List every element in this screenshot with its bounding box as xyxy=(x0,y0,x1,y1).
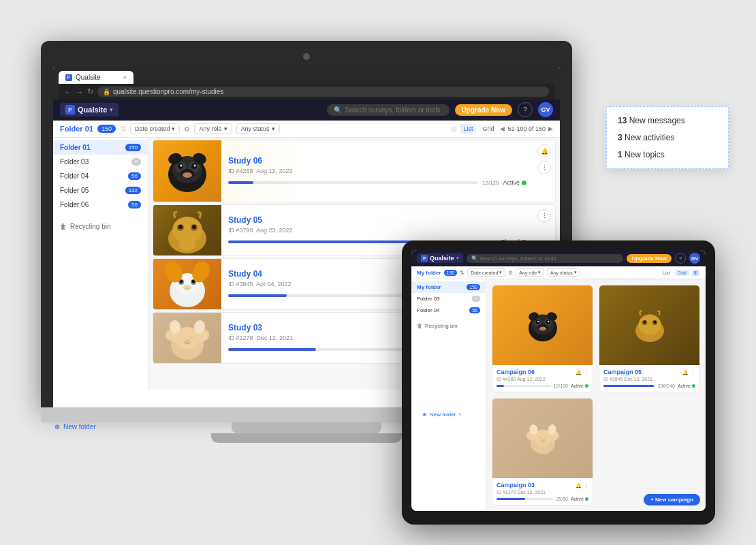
current-folder-label: Folder 01 xyxy=(60,125,93,133)
study-title-06: Study 06 xyxy=(228,156,526,166)
tablet-screen: P Qualsite ▾ 🔍 Upgrade Now ? GV My folde… xyxy=(411,250,706,511)
tablet-search-input[interactable] xyxy=(480,255,619,262)
tablet-sidebar-folder03[interactable]: Folder 03 0 xyxy=(411,293,486,305)
help-button[interactable]: ? xyxy=(518,102,533,117)
app-logo[interactable]: P Qualsite ▾ xyxy=(60,103,119,116)
status-chevron-icon: ▾ xyxy=(272,125,275,132)
sidebar-item-folder06[interactable]: Folder 06 56 xyxy=(53,198,148,212)
sidebar-item-folder01[interactable]: Folder 01 150 xyxy=(53,140,148,155)
tablet-count-folder04: 56 xyxy=(469,307,480,313)
grid-thumb-06 xyxy=(492,285,593,365)
grid-bell-btn-05[interactable]: 🔔 xyxy=(682,370,689,375)
svg-point-65 xyxy=(540,439,546,443)
svg-point-17 xyxy=(192,225,196,229)
grid-progress-label-03: 25/50 xyxy=(556,497,568,501)
browser-tab-active[interactable]: P Qualsite × xyxy=(59,71,133,84)
grid-meta-03: ID #1378 Dec 12, 2021 xyxy=(497,490,588,495)
sort-label: Date created xyxy=(135,125,170,132)
search-input[interactable] xyxy=(345,106,443,114)
search-box[interactable]: 🔍 xyxy=(327,104,450,116)
grid-actions-03: 🔔 ⋮ xyxy=(576,483,588,488)
monitor-base xyxy=(232,422,381,433)
grid-card-03[interactable]: Campaign 03 🔔 ⋮ ID #1378 Dec 12, 2021 xyxy=(492,398,593,505)
prev-page-icon[interactable]: ◀ xyxy=(500,125,505,132)
tablet-sidebar-myfolder[interactable]: My folder 150 xyxy=(411,281,486,293)
tablet-list-btn[interactable]: List xyxy=(660,270,673,276)
pug-image xyxy=(153,140,221,202)
study-card-06[interactable]: Study 06 ID #4268 Aug 12, 2022 12/120 xyxy=(153,140,556,202)
tablet-recycling-bin[interactable]: 🗑 Recycling bin xyxy=(411,320,486,332)
study-thumb-06 xyxy=(153,140,221,202)
logo-chevron-icon: ▾ xyxy=(110,106,113,113)
app-header: P Qualsite ▾ 🔍 Upgrade Now ? GV xyxy=(53,99,560,121)
grid-more-btn-05[interactable]: ⋮ xyxy=(691,370,695,375)
corgi-image xyxy=(153,259,221,309)
tablet-grid-btn[interactable]: Grid xyxy=(675,270,689,276)
grid-status-dot-03 xyxy=(585,497,588,501)
sidebar-item-folder05[interactable]: Folder 05 132 xyxy=(53,183,148,198)
sidebar-item-folder04[interactable]: Folder 04 56 xyxy=(53,169,148,183)
grid-meta-05: ID #3845 Dec 10, 2021 xyxy=(603,377,695,382)
study-progress-06: 12/120 Active xyxy=(228,179,526,186)
tablet-sort-select[interactable]: Date created ▾ xyxy=(467,268,505,277)
tablet-folder-count: 150 xyxy=(444,270,458,276)
status-label: Any status xyxy=(241,125,270,132)
role-filter[interactable]: Any role ▾ xyxy=(194,123,232,134)
browser-chrome: P Qualsite × ← → ↻ 🔒 qualsite.questionpr… xyxy=(53,67,560,99)
grid-title-06: Campaign 06 xyxy=(497,369,535,375)
upgrade-button[interactable]: Upgrade Now xyxy=(455,104,512,116)
notification-popup: 13 New messages 3 New activities 1 New t… xyxy=(606,106,729,169)
grid-bell-btn-06[interactable]: 🔔 xyxy=(576,370,582,375)
notif-activities: 3 New activities xyxy=(618,132,717,144)
grid-progress-06: 10/100 Active xyxy=(497,384,588,388)
more-button[interactable]: ⋮ xyxy=(537,161,551,174)
tablet-count-myfolder: 150 xyxy=(467,284,480,290)
tablet-sidebar: My folder 150 Folder 03 0 Folder 04 56 🗑… xyxy=(411,279,486,511)
pug-svg xyxy=(160,144,215,198)
url-box[interactable]: 🔒 qualsite.questionpro.com/my-studies xyxy=(97,87,549,97)
grid-card-06[interactable]: Campaign 06 🔔 ⋮ ID #4268 Aug 12, 2022 xyxy=(492,285,593,392)
tablet-search-box[interactable]: 🔍 xyxy=(467,254,624,263)
app-toolbar: Folder 01 150 ⇅ Date created ▾ ⚙ Any rol… xyxy=(53,121,560,138)
grid-more-btn-06[interactable]: ⋮ xyxy=(584,370,588,375)
grid-progress-fill xyxy=(603,385,654,387)
grid-more-btn-03[interactable]: ⋮ xyxy=(584,483,588,488)
bell-button[interactable]: 🔔 xyxy=(537,144,551,158)
toolbar-separator: ⇅ xyxy=(120,125,126,134)
new-campaign-button[interactable]: + New campaign xyxy=(644,494,700,505)
tablet-role-filter[interactable]: Any role ▾ xyxy=(516,268,544,277)
refresh-icon[interactable]: ↻ xyxy=(87,87,93,96)
grid-info-06: Campaign 06 🔔 ⋮ ID #4268 Aug 12, 2022 xyxy=(492,365,593,392)
tablet-avatar[interactable]: GV xyxy=(689,253,700,264)
tablet-upgrade-button[interactable]: Upgrade Now xyxy=(627,254,672,263)
recycling-bin[interactable]: 🗑 Recycling bin xyxy=(53,217,148,236)
user-avatar[interactable]: GV xyxy=(538,102,553,117)
list-view-btn[interactable]: List xyxy=(460,124,476,134)
sidebar-item-folder03[interactable]: Folder 03 0 xyxy=(53,155,148,169)
forward-icon[interactable]: → xyxy=(76,88,83,96)
grid-bell-btn-03[interactable]: 🔔 xyxy=(576,483,582,488)
tablet-role-chevron-icon: ▾ xyxy=(538,270,541,275)
role-label: Any role xyxy=(199,125,221,132)
grid-actions-06: 🔔 ⋮ xyxy=(576,370,588,375)
back-icon[interactable]: ← xyxy=(64,88,72,96)
tablet-body: My folder 150 Folder 03 0 Folder 04 56 🗑… xyxy=(411,279,706,511)
tablet-logo[interactable]: P Qualsite ▾ xyxy=(417,253,463,263)
grid-view-btn[interactable]: Grid xyxy=(479,124,497,134)
tablet-sidebar-folder04[interactable]: Folder 04 56 xyxy=(411,305,486,316)
tablet-status-filter[interactable]: Any status ▾ xyxy=(547,268,580,277)
tablet-new-folder-button[interactable]: ⊕ New folder ↖ xyxy=(417,408,468,421)
tab-bar: P Qualsite × xyxy=(59,71,554,84)
grid-status-dot-05 xyxy=(692,384,695,388)
grid-title-05: Campaign 05 xyxy=(603,369,642,375)
more-button[interactable]: ⋮ xyxy=(537,209,551,223)
next-page-icon[interactable]: ▶ xyxy=(548,125,553,132)
tab-close-icon[interactable]: × xyxy=(123,74,127,81)
notif-topics: 1 New topics xyxy=(618,149,717,161)
grid-card-05[interactable]: Campaign 05 🔔 ⋮ ID #3845 Dec 10, 2021 xyxy=(599,285,700,392)
sort-select[interactable]: Date created ▾ xyxy=(130,123,180,134)
grid-thumb-05 xyxy=(599,285,699,365)
status-filter[interactable]: Any status ▾ xyxy=(236,123,280,134)
sidebar-count-folder04: 56 xyxy=(128,172,141,180)
tablet-help-button[interactable]: ? xyxy=(675,253,686,264)
